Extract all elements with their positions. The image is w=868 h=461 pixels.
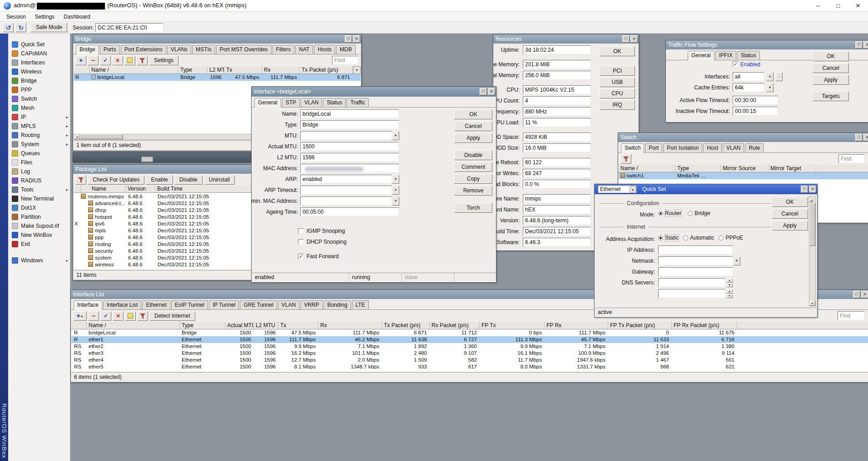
tab[interactable]: Filters xyxy=(273,45,295,54)
restore-icon[interactable] xyxy=(855,41,863,49)
remove-entry-icon[interactable] xyxy=(726,283,733,287)
field-input[interactable] xyxy=(300,164,399,173)
remove-button[interactable]: Remove xyxy=(454,186,492,196)
field-input[interactable]: 1596 xyxy=(300,153,399,162)
scroll-up-icon[interactable] xyxy=(809,199,813,202)
add-entry-icon[interactable] xyxy=(726,289,733,294)
menu-item[interactable]: Session xyxy=(2,12,30,21)
quick-set-titlebar[interactable]: Ethernet Quick Set xyxy=(595,184,817,194)
sidebar-item[interactable]: Log xyxy=(8,167,70,176)
radio-option[interactable]: Router xyxy=(658,210,681,216)
sidebar-item[interactable]: Quick Set xyxy=(8,40,70,49)
dropdown-icon[interactable] xyxy=(392,196,399,206)
interfaces-input[interactable]: all xyxy=(733,72,764,81)
tab[interactable]: Switch xyxy=(621,143,644,153)
ip-address-input[interactable] xyxy=(658,245,733,255)
safe-mode-button[interactable]: Safe Mode xyxy=(31,23,67,32)
field-input[interactable] xyxy=(300,186,392,195)
close-icon[interactable] xyxy=(809,186,816,193)
close-icon[interactable] xyxy=(630,35,638,43)
sidebar-item[interactable]: Tools xyxy=(8,185,70,194)
tab[interactable]: GRE Tunnel xyxy=(240,300,277,309)
switch-window-titlebar[interactable]: Switch xyxy=(618,133,868,142)
tab[interactable]: Traffic xyxy=(347,98,369,107)
remove-button[interactable] xyxy=(88,56,99,65)
enabled-checkbox[interactable] xyxy=(733,61,739,67)
scroll-down-icon[interactable] xyxy=(809,301,815,306)
sidebar-item[interactable]: Switch xyxy=(8,94,70,103)
toolbar-button[interactable]: Check For Updates xyxy=(88,175,144,185)
sidebar-item[interactable]: Bridge xyxy=(8,76,70,85)
restore-icon[interactable] xyxy=(480,88,487,95)
checkbox-row[interactable]: IGMP Snooping xyxy=(298,226,347,236)
column-select-button[interactable] xyxy=(353,66,361,74)
table-row[interactable]: RS ether4 Ethernet 1500 1596 12.7 Mbps 2… xyxy=(71,357,868,363)
cache-entries-input[interactable]: 64k xyxy=(733,83,764,92)
dialog-button[interactable]: OK xyxy=(600,46,635,56)
radio-option[interactable]: Bridge xyxy=(688,210,710,216)
sidebar-item[interactable]: Mesh xyxy=(8,103,70,113)
ok-button[interactable]: OK xyxy=(772,197,808,207)
toolbar-button[interactable]: Uninstall xyxy=(204,175,235,185)
field-input[interactable]: bridgeLocal xyxy=(300,109,399,118)
tab[interactable]: EoIP Tunnel xyxy=(171,300,208,309)
undo-button[interactable] xyxy=(3,23,14,32)
disable-button[interactable] xyxy=(113,311,124,321)
table-row[interactable]: RS ether5 Ethernet 1500 1596 8.1 Mbps 13… xyxy=(71,363,868,370)
checkbox-row[interactable]: Fast Forward xyxy=(298,251,347,262)
scroll-left-icon[interactable] xyxy=(74,134,80,139)
field-input[interactable]: Bridge xyxy=(300,120,399,129)
close-button[interactable]: ✕ xyxy=(848,0,868,12)
radio-option[interactable]: PPPoE xyxy=(719,235,743,241)
interface-table-header[interactable]: Name / Type Actual MTU L2 MTU Tx Rx Tx P… xyxy=(71,322,868,329)
apply-button[interactable]: Apply xyxy=(772,221,808,230)
restore-icon[interactable] xyxy=(855,134,863,141)
find-input[interactable]: Find xyxy=(838,311,865,320)
checkbox[interactable] xyxy=(298,254,304,260)
tab[interactable]: Interface xyxy=(74,300,102,310)
cancel-button[interactable]: Cancel xyxy=(454,121,492,131)
toolbar-button[interactable]: Enable xyxy=(146,175,173,185)
scrollbar-thumb[interactable] xyxy=(809,203,815,246)
tab[interactable]: General xyxy=(254,98,281,108)
dialog-button[interactable]: CPU xyxy=(600,88,635,98)
cancel-button[interactable]: Cancel xyxy=(772,209,808,219)
comment-button[interactable] xyxy=(125,311,136,321)
add-button[interactable] xyxy=(73,311,87,321)
sidebar-item[interactable]: Wireless xyxy=(8,67,70,76)
dns-server-input[interactable] xyxy=(658,278,725,287)
menu-item[interactable]: Dashboard xyxy=(59,12,95,21)
app-titlebar[interactable]: admin@ (RouterOS) - WinBox (64bit) v6.48… xyxy=(0,0,868,12)
find-input[interactable]: Find xyxy=(332,56,358,65)
detect-internet-button[interactable]: Detect Internet xyxy=(149,311,195,321)
vertical-scrollbar[interactable] xyxy=(809,196,816,306)
dialog-button[interactable]: IRQ xyxy=(600,100,635,110)
torch-button[interactable]: Torch xyxy=(454,203,492,213)
enable-button[interactable] xyxy=(100,56,111,65)
filter-button[interactable] xyxy=(75,175,86,185)
table-row[interactable]: R bridgeLocal Bridge 1596 47.5 Mbps 111.… xyxy=(74,74,361,81)
field-input[interactable]: enabled xyxy=(300,175,392,184)
quick-set-mode-combo[interactable]: Ethernet xyxy=(598,185,637,193)
dialog-button[interactable]: PCI xyxy=(600,66,635,76)
tab[interactable]: VLAN xyxy=(301,98,322,107)
remove-entry-icon[interactable] xyxy=(726,294,733,298)
remove-button[interactable] xyxy=(88,311,99,321)
filter-button[interactable] xyxy=(620,154,631,164)
tab[interactable]: Port Extensions xyxy=(121,45,166,54)
apply-button[interactable]: Apply xyxy=(813,75,849,85)
tab[interactable]: Bonding xyxy=(324,300,351,309)
radio-option[interactable]: Static xyxy=(658,235,679,241)
tab[interactable]: Status xyxy=(323,98,346,107)
close-icon[interactable] xyxy=(863,134,868,141)
checkbox[interactable] xyxy=(298,239,304,245)
bridge-window-titlebar[interactable]: Bridge xyxy=(73,34,361,44)
switch-table-header[interactable]: Name / Type Mirror Source Mirror Target xyxy=(619,165,868,172)
disable-button[interactable]: Disable xyxy=(454,150,492,160)
gateway-input[interactable] xyxy=(658,267,733,276)
tab[interactable]: Port xyxy=(645,143,662,152)
comment-button[interactable] xyxy=(124,56,135,65)
menu-item[interactable]: Settings xyxy=(30,12,59,21)
dialog-button[interactable]: USB xyxy=(600,77,635,87)
sidebar-item[interactable]: Exit xyxy=(8,240,70,249)
